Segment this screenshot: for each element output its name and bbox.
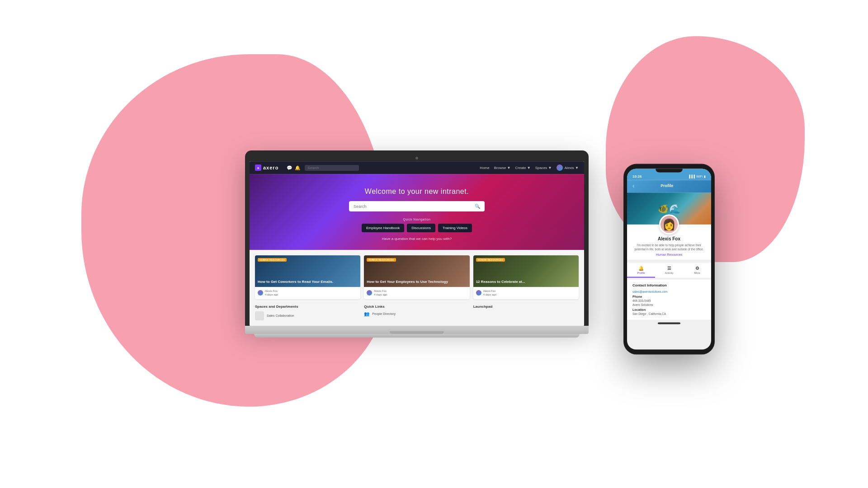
article-tag-3: HUMAN RESOURCES bbox=[476, 258, 505, 262]
article-avatar-3 bbox=[476, 291, 481, 296]
spaces-item-icon bbox=[255, 311, 264, 320]
article-card-2[interactable]: HUMAN RESOURCES How to Get Your Employee… bbox=[364, 255, 469, 299]
profile-avatar: 👩 bbox=[659, 215, 679, 235]
contact-email[interactable]: sales@axerosolutions.com bbox=[632, 290, 706, 293]
intranet-hero: Welcome to your new intranet. 🔍 Quick Na… bbox=[250, 174, 584, 250]
phone-notch bbox=[656, 169, 683, 173]
logo-text: axero bbox=[263, 165, 278, 170]
phone-screen: 10:26 ▐▐▐ WiFi ▮ ‹ Profile bbox=[627, 169, 711, 350]
contact-title: Contact Information bbox=[632, 283, 706, 287]
article-image-3: HUMAN RESOURCES 12 Reasons to Celebrate … bbox=[473, 255, 579, 287]
battery-icon: ▮ bbox=[704, 174, 706, 178]
profile-tabs: 🔔 Profile ☰ Activity ⚙ More bbox=[627, 263, 711, 278]
scene: a axero 💬 🔔 Home Browse ▼ Create ▼ Space… bbox=[0, 0, 868, 488]
article-meta-2: Alexis Fox 4 days ago bbox=[374, 289, 387, 297]
article-avatar-1 bbox=[258, 291, 263, 296]
people-icon: 👥 bbox=[364, 311, 369, 316]
activity-tab-icon: ☰ bbox=[667, 266, 671, 271]
quick-links-title: Quick Links bbox=[364, 305, 469, 309]
phone-time: 10:26 bbox=[632, 174, 642, 178]
chat-icon[interactable]: 💬 bbox=[287, 165, 292, 170]
quick-links-item[interactable]: 👥 People Directory bbox=[364, 311, 469, 316]
article-title-1: How to Get Coworkers to Read Your Emails… bbox=[258, 280, 358, 284]
article-footer-3: Alexis Fox 4 days ago bbox=[473, 287, 579, 299]
quick-nav-label: Quick Navigation bbox=[259, 218, 575, 221]
article-card-3[interactable]: HUMAN RESOURCES 12 Reasons to Celebrate … bbox=[473, 255, 579, 299]
contact-phone: 444-333-5445 bbox=[632, 299, 706, 302]
spaces-section: Spaces and Departments Sales Collaborati… bbox=[255, 305, 360, 320]
article-tag-2: HUMAN RESOURCES bbox=[367, 258, 396, 262]
discussions-button[interactable]: Discussions bbox=[407, 224, 435, 232]
training-videos-button[interactable]: Training Videos bbox=[438, 224, 472, 232]
nav-home[interactable]: Home bbox=[480, 166, 489, 170]
article-title-3: 12 Reasons to Celebrate at... bbox=[476, 280, 576, 284]
hero-search-bar[interactable]: 🔍 bbox=[349, 201, 485, 211]
hero-question: Have a question that we can help you wit… bbox=[259, 237, 575, 241]
home-bar[interactable] bbox=[658, 323, 680, 324]
launchpad-section: Launchpad bbox=[473, 305, 579, 320]
intranet-navbar: a axero 💬 🔔 Home Browse ▼ Create ▼ Space… bbox=[250, 161, 584, 174]
profile-tab-icon: 🔔 bbox=[638, 266, 644, 271]
articles-grid: HUMAN RESOURCES How to Get Coworkers to … bbox=[255, 255, 579, 299]
profile-department: Human Resources bbox=[632, 253, 706, 256]
laptop-base bbox=[245, 326, 589, 334]
tab-profile[interactable]: 🔔 Profile bbox=[627, 263, 655, 278]
spaces-title: Spaces and Departments bbox=[255, 305, 360, 309]
nav-search-input[interactable] bbox=[305, 165, 359, 171]
activity-tab-label: Activity bbox=[665, 272, 673, 274]
employee-handbook-button[interactable]: Employee Handbook bbox=[362, 224, 404, 232]
article-tag-1: HUMAN RESOURCES bbox=[258, 258, 287, 262]
nav-spaces[interactable]: Spaces ▼ bbox=[535, 166, 552, 170]
nav-user[interactable]: Alexis ▼ bbox=[557, 164, 579, 171]
logo-icon: a bbox=[255, 164, 261, 171]
nav-create[interactable]: Create ▼ bbox=[515, 166, 531, 170]
wifi-icon: WiFi bbox=[696, 174, 703, 178]
bell-icon[interactable]: 🔔 bbox=[295, 165, 300, 170]
nav-username: Alexis ▼ bbox=[565, 166, 579, 170]
logo: a axero bbox=[255, 164, 278, 171]
camera bbox=[415, 157, 418, 160]
contact-location: San Diego , California,CA bbox=[632, 312, 706, 315]
avatar-image: 👩 bbox=[662, 218, 676, 231]
phone-label: Phone bbox=[632, 295, 706, 298]
profile-header: ‹ Profile bbox=[627, 180, 711, 193]
article-meta-1: Alexis Fox 4 days ago bbox=[265, 289, 278, 297]
article-avatar-2 bbox=[367, 291, 372, 296]
laptop: a axero 💬 🔔 Home Browse ▼ Create ▼ Space… bbox=[245, 150, 589, 338]
quick-nav-buttons: Employee Handbook Discussions Training V… bbox=[259, 224, 575, 232]
nav-browse[interactable]: Browse ▼ bbox=[494, 166, 511, 170]
tab-more[interactable]: ⚙ More bbox=[683, 263, 711, 278]
laptop-foot bbox=[254, 334, 580, 338]
nav-links: Home Browse ▼ Create ▼ Spaces ▼ Alexis ▼ bbox=[480, 164, 579, 171]
spaces-item[interactable]: Sales Collaboration bbox=[255, 311, 360, 320]
hero-title: Welcome to your new intranet. bbox=[259, 188, 575, 196]
more-tab-icon: ⚙ bbox=[695, 266, 699, 271]
hero-search-input[interactable] bbox=[354, 204, 475, 209]
laptop-screen: a axero 💬 🔔 Home Browse ▼ Create ▼ Space… bbox=[250, 161, 584, 326]
launchpad-title: Launchpad bbox=[473, 305, 579, 309]
tab-activity[interactable]: ☰ Activity bbox=[655, 263, 683, 278]
location-label: Location bbox=[632, 308, 706, 311]
profile-name: Alexis Fox bbox=[632, 236, 706, 241]
article-meta-3: Alexis Fox 4 days ago bbox=[483, 289, 496, 297]
article-footer-1: Alexis Fox 4 days ago bbox=[255, 287, 360, 299]
quick-links-section: Quick Links 👥 People Directory bbox=[364, 305, 469, 320]
article-footer-2: Alexis Fox 4 days ago bbox=[364, 287, 469, 299]
phone-status-icons: ▐▐▐ WiFi ▮ bbox=[688, 174, 706, 178]
phone-outer: 10:26 ▐▐▐ WiFi ▮ ‹ Profile bbox=[624, 164, 714, 354]
signal-icon: ▐▐▐ bbox=[688, 174, 695, 178]
camera-bar bbox=[250, 155, 584, 161]
nav-avatar bbox=[557, 164, 563, 171]
contact-company: Axero Solutions bbox=[632, 303, 706, 306]
profile-bio: I'm excited to be able to help people ac… bbox=[632, 243, 706, 251]
bottom-sections: Spaces and Departments Sales Collaborati… bbox=[255, 305, 579, 320]
back-button[interactable]: ‹ bbox=[632, 182, 635, 189]
article-image-2: HUMAN RESOURCES How to Get Your Employee… bbox=[364, 255, 469, 287]
article-image-1: HUMAN RESOURCES How to Get Coworkers to … bbox=[255, 255, 360, 287]
nav-icons: 💬 🔔 bbox=[287, 165, 300, 170]
profile-tab-label: Profile bbox=[637, 272, 645, 274]
intranet-content: HUMAN RESOURCES How to Get Coworkers to … bbox=[250, 250, 584, 326]
article-card-1[interactable]: HUMAN RESOURCES How to Get Coworkers to … bbox=[255, 255, 360, 299]
search-icon: 🔍 bbox=[475, 204, 480, 209]
contact-section: Contact Information sales@axerosolutions… bbox=[627, 280, 711, 320]
